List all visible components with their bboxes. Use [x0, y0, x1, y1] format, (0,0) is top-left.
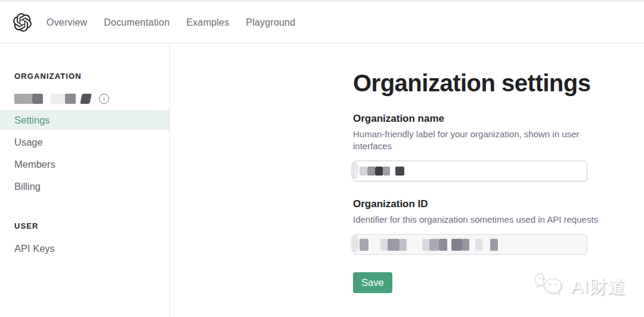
save-button[interactable]: Save: [353, 272, 392, 293]
nav-item-documentation[interactable]: Documentation: [104, 17, 169, 28]
nav-item-playground[interactable]: Playground: [246, 17, 295, 28]
sidebar-section-user: USER: [0, 221, 169, 230]
redacted-organization-name: [14, 93, 91, 104]
organization-id-label: Organization ID: [353, 198, 609, 210]
sidebar-item-members[interactable]: Members: [0, 153, 169, 176]
organization-name-description: Human-friendly label for your organizati…: [353, 128, 609, 152]
sidebar-item-usage[interactable]: Usage: [0, 131, 169, 153]
sidebar-item-api-keys[interactable]: API Keys: [0, 238, 169, 260]
sidebar: ORGANIZATION i Settings Usage Members Bi…: [0, 44, 170, 317]
redacted-organization-name-value: [360, 167, 404, 176]
nav-links: Overview Documentation Examples Playgrou…: [47, 17, 295, 28]
organization-id-description: Identifier for this organization sometim…: [353, 214, 609, 226]
organization-name-label: Organization name: [353, 113, 609, 125]
redaction-blob: [351, 235, 359, 253]
organization-id-input[interactable]: [353, 234, 587, 255]
redaction-blob: [351, 162, 359, 179]
nav-item-examples[interactable]: Examples: [187, 17, 230, 28]
organization-name-input[interactable]: [353, 161, 587, 181]
redacted-organization-id-value: [360, 239, 498, 251]
openai-logo-icon[interactable]: [13, 13, 32, 32]
top-navbar: Overview Documentation Examples Playgrou…: [0, 2, 644, 44]
main-content: Organization settings Organization name …: [353, 44, 609, 293]
sidebar-item-billing[interactable]: Billing: [0, 176, 169, 198]
organization-name-row: i: [0, 93, 169, 104]
page-title: Organization settings: [353, 70, 609, 96]
info-icon[interactable]: i: [99, 94, 109, 104]
sidebar-item-settings[interactable]: Settings: [0, 110, 169, 130]
nav-item-overview[interactable]: Overview: [47, 17, 87, 28]
sidebar-section-organization: ORGANIZATION: [0, 72, 169, 81]
